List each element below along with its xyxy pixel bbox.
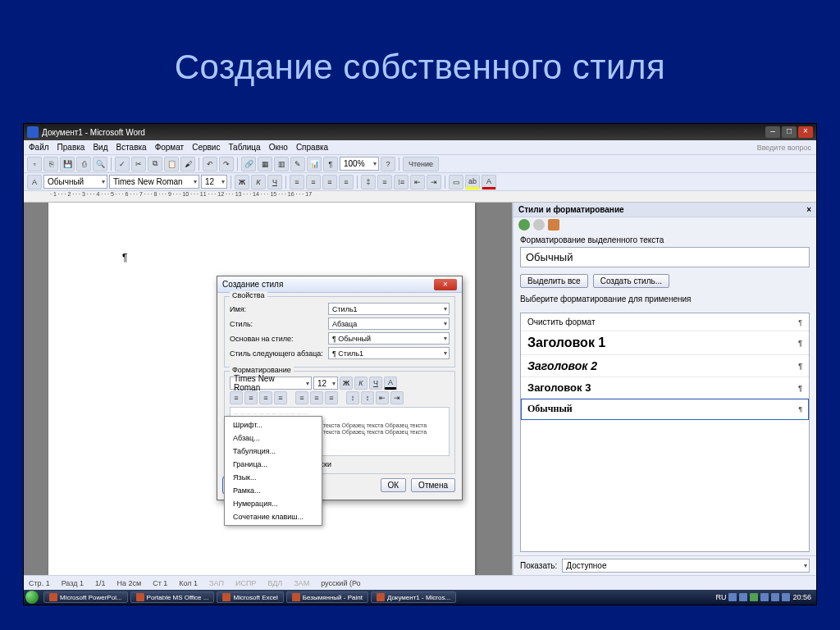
- align-justify-icon[interactable]: ≡: [339, 175, 354, 189]
- taskbar-item[interactable]: Portable MS Office ...: [130, 591, 215, 603]
- dlg-align-justify-icon[interactable]: ≡: [274, 391, 287, 404]
- bold-icon[interactable]: Ж: [235, 175, 249, 189]
- align-right-icon[interactable]: ≡: [322, 175, 337, 189]
- format-menu-item[interactable]: Абзац...: [225, 431, 322, 445]
- format-painter-icon[interactable]: 🖌: [180, 157, 195, 171]
- dlg-indent-dec-icon[interactable]: ⇤: [376, 391, 389, 404]
- menu-insert[interactable]: Вставка: [116, 143, 146, 152]
- ok-button[interactable]: ОК: [381, 478, 407, 492]
- dlg-align-center-icon[interactable]: ≡: [244, 391, 258, 404]
- nav-home-icon[interactable]: [548, 219, 559, 231]
- style-list[interactable]: Очистить формат¶Заголовок 1¶Заголовок 2¶…: [520, 313, 810, 552]
- undo-icon[interactable]: ↶: [203, 157, 217, 171]
- outdent-icon[interactable]: ⇤: [410, 175, 425, 189]
- cut-icon[interactable]: ✂: [131, 157, 146, 171]
- type-select[interactable]: Абзаца: [328, 317, 450, 330]
- dlg-bold-icon[interactable]: Ж: [340, 377, 353, 390]
- name-input[interactable]: Стиль1: [328, 303, 450, 315]
- dlg-italic-icon[interactable]: К: [354, 377, 368, 390]
- menu-edit[interactable]: Правка: [57, 143, 85, 152]
- based-on-select[interactable]: ¶ Обычный: [328, 332, 450, 345]
- dlg-align-left-icon[interactable]: ≡: [230, 391, 243, 404]
- dialog-close-icon[interactable]: ×: [434, 279, 457, 290]
- start-button[interactable]: [25, 591, 39, 604]
- taskbar-item[interactable]: Microsoft Excel: [217, 591, 283, 603]
- align-center-icon[interactable]: ≡: [306, 175, 321, 189]
- styles-pane-icon[interactable]: A: [27, 175, 42, 189]
- underline-icon[interactable]: Ч: [267, 175, 282, 189]
- format-menu-item[interactable]: Язык...: [225, 471, 322, 484]
- chart-icon[interactable]: 📊: [307, 157, 322, 171]
- open-icon[interactable]: ⎘: [43, 157, 58, 171]
- style-list-item[interactable]: Заголовок 3¶: [521, 377, 809, 399]
- dlg-spacing15-icon[interactable]: ≡: [310, 391, 323, 404]
- dlg-space-before-inc-icon[interactable]: ↕: [346, 391, 359, 404]
- line-spacing-icon[interactable]: ‡: [361, 175, 376, 189]
- select-all-button[interactable]: Выделить все: [520, 274, 588, 288]
- italic-icon[interactable]: К: [251, 175, 266, 189]
- help-search[interactable]: Введите вопрос: [757, 144, 811, 152]
- maximize-button[interactable]: □: [782, 126, 797, 138]
- status-ext[interactable]: ВДЛ: [267, 579, 282, 587]
- menu-view[interactable]: Вид: [93, 143, 107, 152]
- status-lang[interactable]: русский (Ро: [321, 579, 360, 587]
- nav-back-icon[interactable]: [518, 219, 530, 231]
- style-list-item[interactable]: Заголовок 1¶: [521, 331, 809, 355]
- font-select[interactable]: Times New Roman: [109, 175, 199, 189]
- paste-icon[interactable]: 📋: [164, 157, 179, 171]
- style-list-item[interactable]: Очистить формат¶: [521, 313, 809, 331]
- current-style-box[interactable]: Обычный: [520, 247, 810, 267]
- menu-tools[interactable]: Сервис: [192, 143, 220, 152]
- format-menu-item[interactable]: Граница...: [225, 458, 322, 471]
- pane-close-icon[interactable]: ×: [806, 205, 811, 214]
- tray-lang[interactable]: RU: [715, 593, 726, 601]
- borders-icon[interactable]: ▭: [449, 175, 463, 189]
- tray-clock[interactable]: 20:56: [792, 593, 811, 601]
- font-color-icon[interactable]: A: [482, 175, 496, 189]
- taskbar-item[interactable]: Безымянный - Paint: [286, 591, 368, 603]
- dlg-font-select[interactable]: Times New Roman: [230, 377, 312, 390]
- taskbar-item[interactable]: Microsoft PowerPoi...: [43, 591, 128, 603]
- tray-icon[interactable]: [750, 593, 758, 601]
- highlight-icon[interactable]: ab: [465, 175, 480, 189]
- dlg-underline-icon[interactable]: Ч: [369, 377, 382, 390]
- dlg-size-select[interactable]: 12: [313, 377, 338, 390]
- style-select[interactable]: Обычный: [43, 175, 107, 189]
- align-left-icon[interactable]: ≡: [290, 175, 304, 189]
- num-list-icon[interactable]: ≡: [377, 175, 392, 189]
- menu-table[interactable]: Таблица: [228, 143, 260, 152]
- print-icon[interactable]: ⎙: [76, 157, 91, 171]
- close-button[interactable]: ×: [798, 126, 813, 138]
- taskbar-item[interactable]: Документ1 - Micros...: [371, 591, 456, 603]
- nav-fwd-icon[interactable]: [533, 219, 545, 231]
- redo-icon[interactable]: ↷: [219, 157, 234, 171]
- indent-icon[interactable]: ⇥: [427, 175, 441, 189]
- horizontal-ruler[interactable]: · 1 · · · 2 · · · 3 · · · 4 · · · 5 · · …: [24, 191, 816, 203]
- copy-icon[interactable]: ⧉: [148, 157, 162, 171]
- format-menu-item[interactable]: Сочетание клавиш...: [225, 510, 322, 523]
- menu-format[interactable]: Формат: [155, 143, 185, 152]
- menu-help[interactable]: Справка: [296, 143, 328, 152]
- new-style-button[interactable]: Создать стиль...: [593, 274, 669, 288]
- preview-icon[interactable]: 🔍: [93, 157, 107, 171]
- dlg-space-before-dec-icon[interactable]: ↕: [361, 391, 374, 404]
- dlg-align-right-icon[interactable]: ≡: [259, 391, 272, 404]
- save-icon[interactable]: 💾: [60, 157, 75, 171]
- dlg-indent-inc-icon[interactable]: ⇥: [390, 391, 404, 404]
- format-menu-item[interactable]: Нумерация...: [225, 497, 322, 510]
- link-icon[interactable]: 🔗: [241, 157, 256, 171]
- minimize-button[interactable]: –: [765, 126, 780, 138]
- bul-list-icon[interactable]: ⁝≡: [394, 175, 409, 189]
- format-menu-item[interactable]: Рамка...: [225, 484, 322, 497]
- read-mode-icon[interactable]: Чтение: [403, 157, 439, 171]
- new-doc-icon[interactable]: ▫: [27, 157, 42, 171]
- help-icon[interactable]: ?: [381, 157, 395, 171]
- show-select[interactable]: Доступное: [562, 559, 810, 573]
- format-menu-item[interactable]: Табуляция...: [225, 445, 322, 458]
- status-rec[interactable]: ЗАП: [209, 579, 224, 587]
- next-style-select[interactable]: ¶ Стиль1: [328, 347, 450, 359]
- format-menu-item[interactable]: Шрифт...: [225, 418, 322, 431]
- tray-icon[interactable]: [760, 593, 769, 601]
- drawing-icon[interactable]: ✎: [290, 157, 305, 171]
- tray-icon[interactable]: [782, 593, 790, 601]
